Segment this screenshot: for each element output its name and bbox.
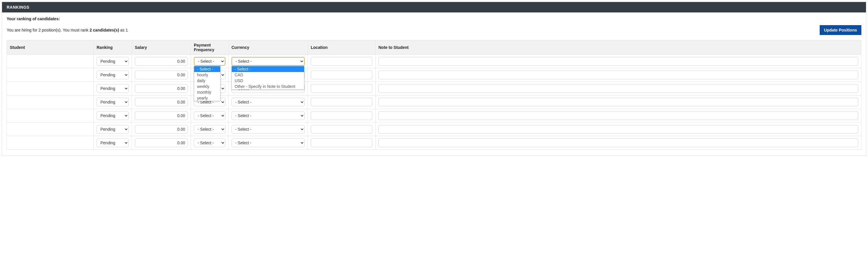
location-cell bbox=[308, 136, 376, 150]
col-ranking-header: Ranking bbox=[94, 40, 132, 55]
dropdown-option[interactable]: USD bbox=[232, 78, 304, 84]
salary-input[interactable] bbox=[135, 71, 188, 79]
dropdown-option[interactable]: weekly bbox=[194, 84, 220, 89]
freq-cell: - Select - bbox=[191, 109, 228, 123]
dropdown-option[interactable]: yearly bbox=[194, 95, 220, 101]
student-cell bbox=[7, 82, 94, 95]
dropdown-option[interactable]: CAD bbox=[232, 72, 304, 78]
ranking-select[interactable]: Pending bbox=[97, 111, 129, 120]
dropdown-option[interactable]: Other - Specify in Note to Student bbox=[232, 84, 304, 89]
info-row: You are hiring for 2 position(s). You mu… bbox=[7, 25, 861, 35]
salary-cell bbox=[132, 109, 191, 123]
ranking-select[interactable]: Pending bbox=[97, 57, 129, 66]
col-currency-header: Currency bbox=[228, 40, 308, 55]
ranking-cell: Pending bbox=[94, 55, 132, 68]
student-cell bbox=[7, 68, 94, 82]
currency-select[interactable]: - Select - bbox=[231, 125, 305, 134]
dropdown-option[interactable]: - Select - bbox=[194, 66, 220, 72]
col-freq-header: Payment Frequency bbox=[191, 40, 228, 55]
payment-frequency-select[interactable]: - Select - bbox=[194, 125, 225, 134]
subtitle: Your ranking of candidates: bbox=[7, 16, 861, 21]
note-input[interactable] bbox=[378, 138, 858, 147]
currency-cell: - Select - bbox=[228, 95, 308, 109]
table-row: Pending - Select - - Select - bbox=[7, 68, 861, 82]
currency-select[interactable]: - Select - bbox=[231, 57, 305, 66]
table-header-row: Student Ranking Salary Payment Frequency… bbox=[7, 40, 861, 55]
payment-frequency-select[interactable]: - Select - bbox=[194, 111, 225, 120]
update-positions-button[interactable]: Update Positions bbox=[820, 25, 861, 35]
ranking-select[interactable]: Pending bbox=[97, 138, 129, 147]
location-input[interactable] bbox=[311, 71, 372, 79]
panel-title: RANKINGS bbox=[7, 5, 30, 9]
col-salary-header: Salary bbox=[132, 40, 191, 55]
table-row: Pending - Select - - Select - bbox=[7, 95, 861, 109]
note-input[interactable] bbox=[378, 125, 858, 134]
salary-input[interactable] bbox=[135, 138, 188, 147]
note-input[interactable] bbox=[378, 111, 858, 120]
location-input[interactable] bbox=[311, 57, 372, 66]
hiring-info: You are hiring for 2 position(s). You mu… bbox=[7, 28, 128, 32]
currency-select[interactable]: - Select - bbox=[231, 98, 305, 106]
info-pre: You are hiring for 2 position(s). You mu… bbox=[7, 28, 90, 32]
currency-select[interactable]: - Select - bbox=[231, 138, 305, 147]
info-post: as 1 bbox=[119, 28, 128, 32]
salary-input[interactable] bbox=[135, 84, 188, 93]
salary-input[interactable] bbox=[135, 57, 188, 66]
payment-frequency-select[interactable]: - Select - bbox=[194, 57, 225, 66]
salary-input[interactable] bbox=[135, 111, 188, 120]
student-cell bbox=[7, 109, 94, 123]
salary-input[interactable] bbox=[135, 98, 188, 106]
currency-cell: - Select - bbox=[228, 136, 308, 150]
ranking-select[interactable]: Pending bbox=[97, 71, 129, 79]
currency-select[interactable]: - Select - bbox=[231, 111, 305, 120]
salary-cell bbox=[132, 136, 191, 150]
location-cell bbox=[308, 123, 376, 136]
panel-header: RANKINGS bbox=[2, 2, 866, 12]
payment-frequency-select[interactable]: - Select - bbox=[194, 138, 225, 147]
location-cell bbox=[308, 109, 376, 123]
salary-cell bbox=[132, 123, 191, 136]
note-cell bbox=[376, 55, 861, 68]
dropdown-option[interactable]: daily bbox=[194, 78, 220, 84]
note-input[interactable] bbox=[378, 98, 858, 106]
ranking-cell: Pending bbox=[94, 68, 132, 82]
info-bold: 2 candidates(s) bbox=[90, 28, 119, 32]
table-row: Pending - Select - - Select - bbox=[7, 82, 861, 95]
ranking-cell: Pending bbox=[94, 123, 132, 136]
currency-cell: - Select - bbox=[228, 109, 308, 123]
ranking-select[interactable]: Pending bbox=[97, 98, 129, 106]
table-row: Pending - Select - - Select -hourlydaily… bbox=[7, 55, 861, 68]
student-cell bbox=[7, 55, 94, 68]
location-cell bbox=[308, 55, 376, 68]
note-input[interactable] bbox=[378, 71, 858, 79]
note-input[interactable] bbox=[378, 84, 858, 93]
location-input[interactable] bbox=[311, 111, 372, 120]
ranking-cell: Pending bbox=[94, 136, 132, 150]
student-cell bbox=[7, 95, 94, 109]
ranking-cell: Pending bbox=[94, 82, 132, 95]
dropdown-option[interactable]: hourly bbox=[194, 72, 220, 78]
location-cell bbox=[308, 68, 376, 82]
student-cell bbox=[7, 136, 94, 150]
curr-layer[interactable]: - Select -CADUSDOther - Specify in Note … bbox=[231, 66, 304, 90]
location-cell bbox=[308, 82, 376, 95]
ranking-cell: Pending bbox=[94, 95, 132, 109]
dropdown-option[interactable]: monthly bbox=[194, 89, 220, 95]
freq-layer[interactable]: - Select -hourlydailyweeklymonthlyyearly bbox=[194, 66, 220, 101]
ranking-select[interactable]: Pending bbox=[97, 84, 129, 93]
note-input[interactable] bbox=[378, 57, 858, 66]
table-row: Pending - Select - - Select - bbox=[7, 123, 861, 136]
location-input[interactable] bbox=[311, 98, 372, 106]
note-cell bbox=[376, 123, 861, 136]
freq-cell: - Select - - Select -hourlydailyweeklymo… bbox=[191, 55, 228, 68]
location-input[interactable] bbox=[311, 138, 372, 147]
student-cell bbox=[7, 123, 94, 136]
salary-input[interactable] bbox=[135, 125, 188, 134]
freq-cell: - Select - bbox=[191, 123, 228, 136]
ranking-select[interactable]: Pending bbox=[97, 125, 129, 134]
dropdown-option[interactable]: - Select - bbox=[232, 66, 304, 72]
note-cell bbox=[376, 109, 861, 123]
location-input[interactable] bbox=[311, 125, 372, 134]
location-input[interactable] bbox=[311, 84, 372, 93]
note-cell bbox=[376, 136, 861, 150]
